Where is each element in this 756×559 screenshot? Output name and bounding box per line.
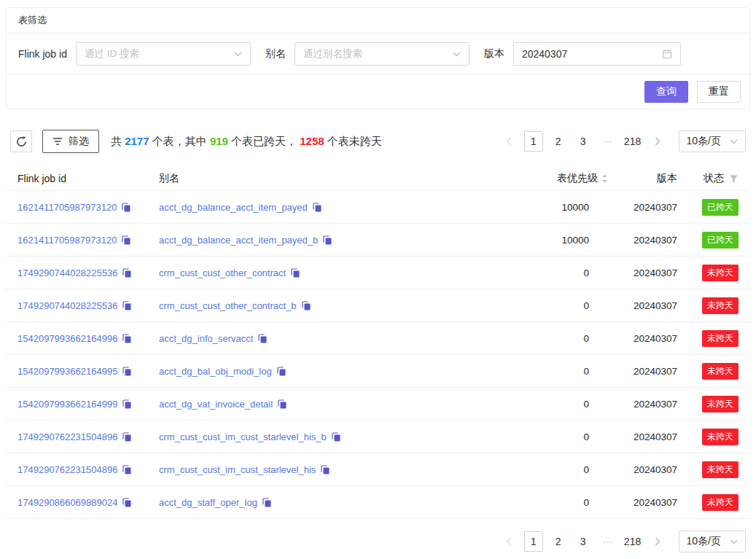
page-button-1[interactable]: 1 bbox=[524, 531, 543, 552]
page-button-218[interactable]: 218 bbox=[623, 531, 642, 552]
page-button-2[interactable]: 2 bbox=[549, 131, 568, 152]
page: 表筛选 Flink job id 通过 ID 搜索 别名 通过别名搜索 版本 bbox=[0, 0, 756, 552]
copy-icon[interactable] bbox=[301, 300, 311, 310]
page-button-218[interactable]: 218 bbox=[623, 131, 642, 152]
alias-link[interactable]: acct_dg_vat_invoice_detail bbox=[159, 399, 273, 410]
flink-job-id-link[interactable]: 1542097993662164999 bbox=[17, 399, 117, 410]
pagination-bottom: 123···218 10条/页 bbox=[494, 531, 746, 552]
copy-icon[interactable] bbox=[262, 497, 272, 507]
column-header-priority[interactable]: 表优先级 bbox=[521, 172, 608, 185]
alias-link[interactable]: acct_dg_staff_oper_log bbox=[159, 497, 257, 508]
field-version: 版本 20240307 bbox=[484, 42, 681, 66]
status-badge: 未跨天 bbox=[702, 461, 739, 478]
priority-value: 0 bbox=[521, 464, 608, 475]
version-value: 20240307 bbox=[608, 300, 677, 311]
alias-link[interactable]: acct_dg_balance_acct_item_payed_b bbox=[159, 235, 318, 246]
status-cell: 未跨天 bbox=[677, 494, 739, 511]
alias-cell: acct_dg_balance_acct_item_payed_b bbox=[159, 235, 521, 246]
priority-value: 10000 bbox=[521, 202, 608, 213]
copy-icon[interactable] bbox=[312, 202, 322, 212]
copy-icon[interactable] bbox=[122, 464, 132, 474]
copy-icon[interactable] bbox=[276, 366, 287, 376]
priority-value: 10000 bbox=[521, 235, 608, 246]
column-header-status[interactable]: 状态 bbox=[677, 172, 739, 185]
alias-link[interactable]: acct_dg_bal_obj_modi_log bbox=[159, 366, 272, 377]
status-cell: 未跨天 bbox=[677, 297, 739, 314]
status-cell: 未跨天 bbox=[677, 363, 739, 380]
page-button-3[interactable]: 3 bbox=[574, 531, 593, 552]
priority-value: 0 bbox=[521, 431, 608, 442]
alias-select[interactable]: 通过别名搜索 bbox=[295, 42, 469, 66]
column-header-flink-job-id[interactable]: Flink job id bbox=[17, 173, 159, 184]
flink-job-id-link[interactable]: 1749290866069889024 bbox=[17, 497, 117, 508]
priority-value: 0 bbox=[521, 300, 608, 311]
filter-toggle-button[interactable]: 筛选 bbox=[42, 130, 99, 153]
next-page-button[interactable] bbox=[648, 531, 667, 552]
column-header-version: 版本 bbox=[608, 172, 677, 185]
copy-icon[interactable] bbox=[277, 399, 287, 409]
summary-segment: 共 bbox=[111, 135, 125, 147]
alias-link[interactable]: crm_cust_cust_other_contract bbox=[159, 267, 286, 278]
filter-funnel-icon[interactable] bbox=[729, 174, 739, 183]
page-button-3[interactable]: 3 bbox=[574, 131, 593, 152]
page-size-select[interactable]: 10条/页 bbox=[679, 531, 746, 552]
chevron-right-icon bbox=[655, 537, 660, 546]
version-date-input[interactable]: 20240307 bbox=[513, 42, 681, 66]
next-page-button[interactable] bbox=[648, 131, 667, 152]
page-button-1[interactable]: 1 bbox=[524, 131, 543, 152]
flink-job-id-link[interactable]: 1621411705987973120 bbox=[17, 235, 117, 246]
alias-cell: acct_dg_balance_acct_item_payed bbox=[159, 202, 521, 213]
alias-link[interactable]: crm_cust_cust_im_cust_starlevel_his bbox=[159, 464, 316, 475]
prev-page-button[interactable] bbox=[499, 131, 518, 152]
flink-job-id-select[interactable]: 通过 ID 搜索 bbox=[76, 42, 251, 66]
status-header-label: 状态 bbox=[704, 172, 724, 185]
column-header-alias[interactable]: 别名 bbox=[159, 172, 521, 185]
flink-job-id-link[interactable]: 1542097993662164996 bbox=[17, 333, 117, 344]
chevron-down-icon bbox=[453, 52, 461, 57]
flink-job-id-cell: 1749290744028225536 bbox=[17, 300, 159, 311]
query-button[interactable]: 查询 bbox=[644, 81, 688, 103]
copy-icon[interactable] bbox=[121, 235, 131, 245]
copy-icon[interactable] bbox=[322, 235, 332, 245]
copy-icon[interactable] bbox=[121, 202, 131, 212]
flink-job-id-link[interactable]: 1749290744028225536 bbox=[17, 300, 117, 311]
alias-link[interactable]: crm_cust_cust_im_cust_starlevel_his_b bbox=[159, 431, 327, 442]
refresh-button[interactable] bbox=[10, 130, 32, 152]
copy-icon[interactable] bbox=[320, 464, 330, 474]
sort-icon[interactable] bbox=[601, 173, 608, 184]
copy-icon[interactable] bbox=[122, 267, 132, 278]
alias-cell: crm_cust_cust_other_contract bbox=[159, 267, 521, 278]
reset-button[interactable]: 重置 bbox=[697, 81, 741, 103]
copy-icon[interactable] bbox=[122, 497, 132, 507]
page-size-select[interactable]: 10条/页 bbox=[679, 130, 746, 152]
copy-icon[interactable] bbox=[122, 333, 132, 343]
alias-cell: crm_cust_cust_im_cust_starlevel_his_b bbox=[159, 431, 521, 442]
alias-link[interactable]: crm_cust_cust_other_contract_b bbox=[159, 300, 297, 311]
copy-icon[interactable] bbox=[290, 267, 300, 278]
table-row: 1621411705987973120 acct_dg_balance_acct… bbox=[6, 191, 750, 224]
flink-job-id-link[interactable]: 1621411705987973120 bbox=[17, 202, 117, 213]
alias-cell: acct_dg_staff_oper_log bbox=[159, 497, 521, 508]
copy-icon[interactable] bbox=[122, 431, 132, 442]
flink-job-id-link[interactable]: 1749290762231504896 bbox=[17, 431, 117, 442]
copy-icon[interactable] bbox=[122, 366, 132, 376]
status-cell: 未跨天 bbox=[677, 265, 739, 281]
flink-job-id-link[interactable]: 1749290762231504896 bbox=[17, 464, 117, 475]
copy-icon[interactable] bbox=[122, 300, 132, 310]
copy-icon[interactable] bbox=[122, 399, 132, 409]
prev-page-button[interactable] bbox=[499, 531, 518, 552]
alias-link[interactable]: acct_dg_balance_acct_item_payed bbox=[159, 202, 308, 213]
copy-icon[interactable] bbox=[331, 431, 341, 442]
alias-link[interactable]: acct_dg_info_servacct bbox=[159, 333, 253, 344]
version-value: 20240307 bbox=[608, 267, 677, 278]
summary-segment: 个表未跨天 bbox=[324, 135, 382, 147]
flink-job-id-link[interactable]: 1749290744028225536 bbox=[17, 267, 117, 278]
page-button-2[interactable]: 2 bbox=[549, 531, 568, 552]
page-list: 123···218 bbox=[518, 531, 642, 552]
table-row: 1749290866069889024 acct_dg_staff_oper_l… bbox=[6, 486, 750, 519]
filter-lines-icon bbox=[52, 137, 63, 146]
filter-card-title: 表筛选 bbox=[18, 15, 47, 26]
flink-job-id-link[interactable]: 1542097993662164995 bbox=[17, 366, 117, 377]
copy-icon[interactable] bbox=[257, 333, 268, 343]
status-badge: 已跨天 bbox=[702, 232, 739, 249]
